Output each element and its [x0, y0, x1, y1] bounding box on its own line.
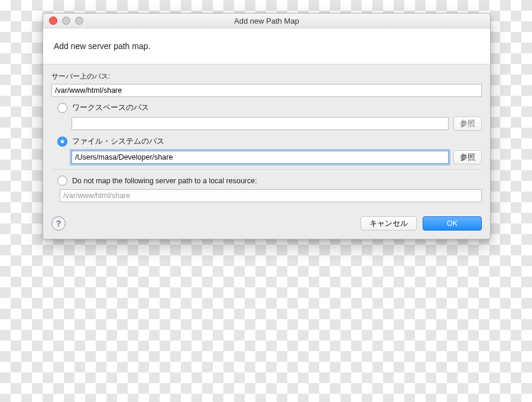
- separator: [51, 169, 482, 170]
- filesystem-path-input[interactable]: [72, 151, 449, 164]
- ok-button[interactable]: OK: [423, 216, 482, 231]
- body-area: サーバー上のパス: ワークスペースのパス 参照 ファイル・システムのパス 参照: [43, 64, 490, 212]
- do-not-map-label: Do not map the following server path to …: [72, 177, 257, 185]
- do-not-map-input: [60, 189, 482, 202]
- workspace-path-option[interactable]: ワークスペースのパス: [57, 103, 482, 113]
- radio-icon[interactable]: [57, 176, 67, 186]
- do-not-map-option[interactable]: Do not map the following server path to …: [57, 176, 482, 186]
- workspace-browse-button: 参照: [453, 116, 482, 131]
- server-path-label: サーバー上のパス:: [51, 72, 482, 82]
- workspace-path-label: ワークスペースのパス: [72, 103, 149, 113]
- help-icon[interactable]: ?: [51, 216, 66, 231]
- dialog-window: Add new Path Map Add new server path map…: [43, 13, 491, 239]
- filesystem-path-label: ファイル・システムのパス: [72, 137, 164, 147]
- help-glyph: ?: [56, 219, 61, 228]
- window-title: Add new Path Map: [43, 17, 490, 25]
- radio-icon[interactable]: [57, 137, 67, 147]
- cancel-button[interactable]: キャンセル: [361, 216, 417, 231]
- background: Add new Path Map Add new server path map…: [0, 0, 532, 402]
- header-message: Add new server path map.: [54, 41, 150, 51]
- filesystem-browse-button[interactable]: 参照: [453, 150, 482, 164]
- radio-icon[interactable]: [57, 103, 67, 113]
- do-not-map-row: [60, 189, 482, 202]
- header-area: Add new server path map.: [43, 28, 490, 64]
- server-path-input[interactable]: [51, 84, 482, 97]
- titlebar[interactable]: Add new Path Map: [43, 14, 490, 28]
- workspace-path-row: 参照: [72, 116, 482, 131]
- footer: ? キャンセル OK: [43, 212, 490, 239]
- workspace-path-input[interactable]: [72, 117, 449, 130]
- filesystem-path-option[interactable]: ファイル・システムのパス: [57, 137, 482, 147]
- filesystem-path-row: 参照: [72, 150, 482, 164]
